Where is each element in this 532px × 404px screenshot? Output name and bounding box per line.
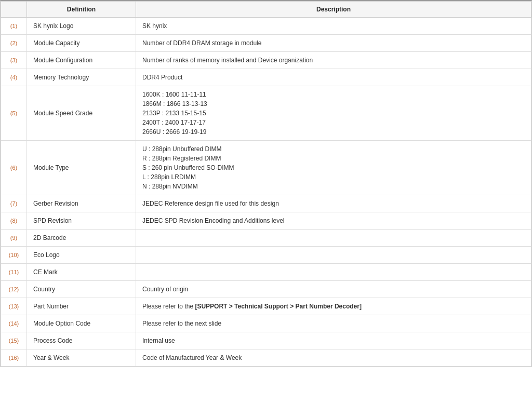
row-definition-16: Year & Week (27, 349, 136, 367)
table-row: (12)CountryCountry of origin (1, 281, 531, 298)
row-definition-1: SK hynix Logo (27, 18, 136, 35)
row-definition-15: Process Code (27, 332, 136, 349)
row-description-8: JEDEC SPD Revision Encoding and Addition… (136, 212, 531, 230)
table-row: (15)Process CodeInternal use (1, 332, 531, 349)
row-description-4: DDR4 Product (136, 69, 531, 86)
row-num-13: (13) (1, 298, 27, 315)
row-definition-5: Module Speed Grade (27, 86, 136, 141)
row-definition-6: Module Type (27, 141, 136, 195)
row-description-1: SK hynix (136, 18, 531, 35)
description-line: R : 288pin Registered DIMM (142, 155, 221, 162)
description-line: 2133P : 2133 15-15-15 (142, 110, 206, 117)
bold-description-part: [SUPPORT > Technical Support > Part Numb… (195, 303, 362, 310)
description-line: U : 288pin Unbuffered DIMM (142, 145, 222, 153)
row-definition-2: Module Capacity (27, 35, 136, 52)
description-line: N : 288pin NVDIMM (142, 183, 198, 190)
col-header-definition: Definition (27, 2, 136, 18)
description-line: L : 288pin LRDIMM (142, 173, 196, 181)
table-body: (1)SK hynix LogoSK hynix(2)Module Capaci… (1, 18, 531, 367)
row-definition-7: Gerber Revision (27, 195, 136, 212)
row-description-2: Number of DDR4 DRAM storage in module (136, 35, 531, 52)
row-definition-11: CE Mark (27, 264, 136, 281)
row-description-13: Please refer to the [SUPPORT > Technical… (136, 298, 531, 315)
description-line: S : 260 pin Unbuffered SO-DIMM (142, 164, 234, 171)
row-num-16: (16) (1, 349, 27, 367)
row-num-5: (5) (1, 86, 27, 141)
table-row: (3)Module ConfigurationNumber of ranks o… (1, 52, 531, 69)
row-num-7: (7) (1, 195, 27, 212)
col-header-num (1, 2, 27, 18)
row-description-10 (136, 247, 531, 264)
row-num-10: (10) (1, 247, 27, 264)
row-num-14: (14) (1, 315, 27, 332)
row-num-12: (12) (1, 281, 27, 298)
row-num-15: (15) (1, 332, 27, 349)
table-row: (6)Module TypeU : 288pin Unbuffered DIMM… (1, 141, 531, 195)
row-definition-4: Memory Technology (27, 69, 136, 86)
col-header-description: Description (136, 2, 531, 18)
row-description-12: Country of origin (136, 281, 531, 298)
row-definition-14: Module Option Code (27, 315, 136, 332)
description-line: 1866M : 1866 13-13-13 (142, 100, 207, 107)
row-description-11 (136, 264, 531, 281)
table-row: (8)SPD RevisionJEDEC SPD Revision Encodi… (1, 212, 531, 230)
row-definition-9: 2D Barcode (27, 230, 136, 247)
table-header-row: Definition Description (1, 2, 531, 18)
table-row: (2)Module CapacityNumber of DDR4 DRAM st… (1, 35, 531, 52)
row-definition-10: Eco Logo (27, 247, 136, 264)
row-definition-8: SPD Revision (27, 212, 136, 230)
definition-table: Definition Description (1)SK hynix LogoS… (1, 1, 531, 367)
row-num-9: (9) (1, 230, 27, 247)
row-description-6: U : 288pin Unbuffered DIMMR : 288pin Reg… (136, 141, 531, 195)
table-row: (11)CE Mark (1, 264, 531, 281)
table-row: (14)Module Option CodePlease refer to th… (1, 315, 531, 332)
row-definition-13: Part Number (27, 298, 136, 315)
description-line: 1600K : 1600 11-11-11 (142, 91, 206, 98)
table-row: (13)Part NumberPlease refer to the [SUPP… (1, 298, 531, 315)
row-num-11: (11) (1, 264, 27, 281)
row-description-15: Internal use (136, 332, 531, 349)
row-num-6: (6) (1, 141, 27, 195)
row-num-3: (3) (1, 52, 27, 69)
table-row: (9)2D Barcode (1, 230, 531, 247)
table-row: (7)Gerber RevisionJEDEC Reference design… (1, 195, 531, 212)
table-row: (5)Module Speed Grade1600K : 1600 11-11-… (1, 86, 531, 141)
table-row: (10)Eco Logo (1, 247, 531, 264)
main-table-container: Definition Description (1)SK hynix LogoS… (0, 0, 532, 367)
row-num-2: (2) (1, 35, 27, 52)
description-line: 2666U : 2666 19-19-19 (142, 128, 206, 136)
row-description-3: Number of ranks of memory installed and … (136, 52, 531, 69)
row-description-5: 1600K : 1600 11-11-111866M : 1866 13-13-… (136, 86, 531, 141)
row-definition-12: Country (27, 281, 136, 298)
row-num-8: (8) (1, 212, 27, 230)
row-num-4: (4) (1, 69, 27, 86)
table-row: (1)SK hynix LogoSK hynix (1, 18, 531, 35)
table-row: (16)Year & WeekCode of Manufactured Year… (1, 349, 531, 367)
row-num-1: (1) (1, 18, 27, 35)
table-row: (4)Memory TechnologyDDR4 Product (1, 69, 531, 86)
row-description-9 (136, 230, 531, 247)
row-description-14: Please refer to the next slide (136, 315, 531, 332)
row-description-16: Code of Manufactured Year & Week (136, 349, 531, 367)
description-line: 2400T : 2400 17-17-17 (142, 119, 206, 126)
row-definition-3: Module Configuration (27, 52, 136, 69)
row-description-7: JEDEC Reference design file used for thi… (136, 195, 531, 212)
